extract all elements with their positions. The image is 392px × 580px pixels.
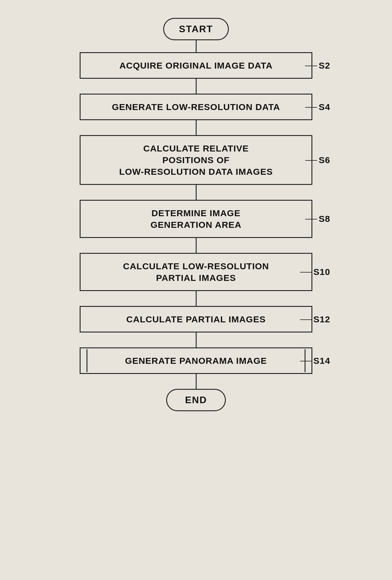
- end-terminal: END: [166, 389, 226, 411]
- step-s4-box: GENERATE LOW-RESOLUTION DATA: [80, 94, 312, 120]
- step-s2-wrapper: ACQUIRE ORIGINAL IMAGE DATA S2: [62, 52, 330, 79]
- step-s8-label: S8: [319, 214, 330, 224]
- step-s12-label: S12: [314, 314, 330, 324]
- connector-3: [196, 120, 197, 135]
- step-s6-label: S6: [319, 155, 330, 165]
- flowchart: START ACQUIRE ORIGINAL IMAGE DATA S2 GEN…: [62, 18, 330, 411]
- page: START ACQUIRE ORIGINAL IMAGE DATA S2 GEN…: [0, 0, 392, 580]
- step-s8-box: DETERMINE IMAGE GENERATION AREA: [80, 200, 312, 238]
- connector-8: [196, 374, 197, 389]
- step-s6-wrapper: CALCULATE RELATIVE POSITIONS OF LOW-RESO…: [62, 135, 330, 185]
- connector-1: [196, 40, 197, 52]
- step-s8-wrapper: DETERMINE IMAGE GENERATION AREA S8: [62, 200, 330, 238]
- step-s10-box: CALCULATE LOW-RESOLUTION PARTIAL IMAGES: [80, 253, 312, 291]
- step-s4-wrapper: GENERATE LOW-RESOLUTION DATA S4: [62, 94, 330, 120]
- step-s12-wrapper: CALCULATE PARTIAL IMAGES S12: [62, 306, 330, 332]
- step-s14-wrapper: GENERATE PANORAMA IMAGE S14: [62, 347, 330, 374]
- step-s10-label: S10: [314, 267, 330, 277]
- step-s10-wrapper: CALCULATE LOW-RESOLUTION PARTIAL IMAGES …: [62, 253, 330, 291]
- connector-2: [196, 79, 197, 94]
- step-s2-label: S2: [319, 61, 330, 71]
- connector-5: [196, 238, 197, 253]
- step-s2-box: ACQUIRE ORIGINAL IMAGE DATA: [80, 52, 312, 79]
- step-s14-label: S14: [314, 356, 330, 366]
- step-s14-box: GENERATE PANORAMA IMAGE: [80, 347, 312, 374]
- connector-7: [196, 332, 197, 347]
- step-s12-box: CALCULATE PARTIAL IMAGES: [80, 306, 312, 332]
- connector-4: [196, 185, 197, 200]
- step-s4-label: S4: [319, 102, 330, 112]
- start-terminal: START: [163, 18, 229, 40]
- step-s6-box: CALCULATE RELATIVE POSITIONS OF LOW-RESO…: [80, 135, 312, 185]
- connector-6: [196, 291, 197, 306]
